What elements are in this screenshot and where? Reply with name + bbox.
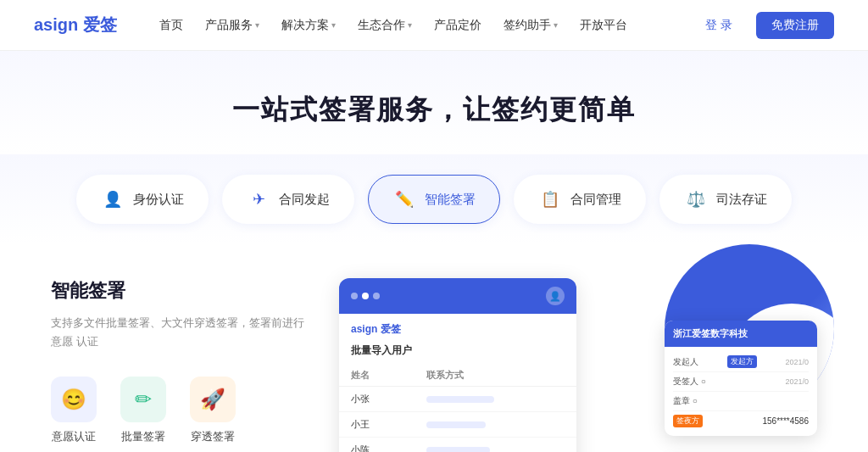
nav-home[interactable]: 首页 — [151, 13, 192, 38]
pen-icon: ✏️ — [392, 187, 416, 211]
table-row: 小张 — [339, 387, 576, 412]
pill-contract-manage[interactable]: 📋 合同管理 — [514, 175, 646, 224]
demo-dots — [351, 293, 380, 299]
notif-row: 受签人 ○ 2021/0 — [673, 372, 809, 392]
notif-body: 发起人 发起方 2021/0 受签人 ○ 2021/0 盖章 ○ 签夜方 156… — [665, 347, 817, 436]
demo-logo: asign 爱签 — [339, 314, 576, 342]
pill-smart-sign[interactable]: ✏️ 智能签署 — [368, 175, 500, 224]
feature-penetrate-sign[interactable]: 🚀 穿透签署 — [190, 377, 236, 444]
table-row: 小陈 — [339, 438, 576, 453]
logo-text: asign 爱签 — [34, 14, 117, 36]
logo[interactable]: asign 爱签 — [34, 14, 117, 36]
demo-section-title: 批量导入用户 — [339, 342, 576, 365]
notif-row: 发起人 发起方 2021/0 — [673, 352, 809, 372]
demo-logo-text: asign 爱签 — [351, 322, 401, 337]
notif-row: 盖章 ○ — [673, 392, 809, 411]
demo-avatar: 👤 — [546, 287, 565, 305]
table-row: 小王 — [339, 412, 576, 438]
nav-solutions[interactable]: 解决方案 ▾ — [273, 13, 344, 38]
pill-contract-init[interactable]: ✈ 合同发起 — [222, 175, 354, 224]
send-icon: ✈ — [247, 187, 270, 211]
feature-icons: 😊 意愿认证 ✏ 批量签署 🚀 穿透签署 — [51, 377, 305, 444]
header-actions: 登 录 免费注册 — [692, 12, 834, 39]
pill-identity[interactable]: 👤 身份认证 — [76, 175, 209, 224]
register-button[interactable]: 免费注册 — [756, 12, 834, 39]
notif-phone-row: 签夜方 156****4586 — [673, 411, 809, 431]
chevron-down-icon: ▾ — [331, 20, 336, 30]
header: asign 爱签 首页 产品服务 ▾ 解决方案 ▾ 生态合作 ▾ 产品定价 签约… — [0, 0, 868, 51]
doc-icon: 📋 — [538, 187, 562, 211]
pill-judicial[interactable]: ⚖️ 司法存证 — [659, 175, 792, 224]
content-left: 智能签署 支持多文件批量签署、大文件穿透签署，签署前进行意愿 认证 😊 意愿认证… — [51, 270, 305, 452]
demo-dot — [373, 293, 380, 299]
demo-col-name: 姓名 — [339, 365, 415, 387]
hero-title: 一站式签署服务，让签约更简单 — [34, 92, 834, 129]
notif-header: 浙江爱签数字科技 — [665, 321, 817, 347]
notif-company: 浙江爱签数字科技 — [673, 328, 748, 338]
login-button[interactable]: 登 录 — [692, 13, 746, 38]
content-right: 👤 asign 爱签 批量导入用户 姓名 联系方式 小张 — [339, 270, 817, 452]
main-nav: 首页 产品服务 ▾ 解决方案 ▾ 生态合作 ▾ 产品定价 签约助手 ▾ 开放平台 — [151, 13, 692, 38]
hero-section: 一站式签署服务，让签约更简单 — [0, 51, 868, 154]
chevron-down-icon: ▾ — [554, 20, 558, 30]
demo-card-header: 👤 — [339, 278, 576, 314]
nav-ecosystem[interactable]: 生态合作 ▾ — [349, 13, 420, 38]
intent-icon: 😊 — [51, 377, 97, 422]
section-desc: 支持多文件批量签署、大文件穿透签署，签署前进行意愿 认证 — [51, 314, 305, 351]
nav-openplatform[interactable]: 开放平台 — [571, 13, 636, 38]
nav-assistant[interactable]: 签约助手 ▾ — [495, 13, 566, 38]
feature-intent-auth[interactable]: 😊 意愿认证 — [51, 377, 97, 444]
demo-col-contact: 联系方式 — [415, 365, 576, 387]
batch-icon: ✏ — [120, 377, 166, 422]
scale-icon: ⚖️ — [684, 187, 708, 211]
chevron-down-icon: ▾ — [255, 20, 259, 30]
user-icon: 👤 — [101, 187, 125, 211]
feature-pills: 👤 身份认证 ✈ 合同发起 ✏️ 智能签署 📋 合同管理 ⚖️ 司法存证 — [0, 154, 868, 244]
nav-products[interactable]: 产品服务 ▾ — [197, 13, 268, 38]
demo-dot — [351, 293, 358, 299]
demo-table: 姓名 联系方式 小张 小王 小陈 — [339, 365, 576, 452]
penetrate-icon: 🚀 — [190, 377, 236, 422]
demo-card: 👤 asign 爱签 批量导入用户 姓名 联系方式 小张 — [339, 278, 576, 452]
chevron-down-icon: ▾ — [408, 20, 412, 30]
feature-batch-sign[interactable]: ✏ 批量签署 — [120, 377, 166, 444]
demo-dot — [362, 293, 369, 299]
section-title: 智能签署 — [51, 278, 305, 304]
nav-pricing[interactable]: 产品定价 — [426, 13, 490, 38]
main-content: 智能签署 支持多文件批量签署、大文件穿透签署，签署前进行意愿 认证 😊 意愿认证… — [0, 244, 868, 452]
notif-card: 浙江爱签数字科技 发起人 发起方 2021/0 受签人 ○ 2021/0 盖章 … — [665, 321, 817, 436]
